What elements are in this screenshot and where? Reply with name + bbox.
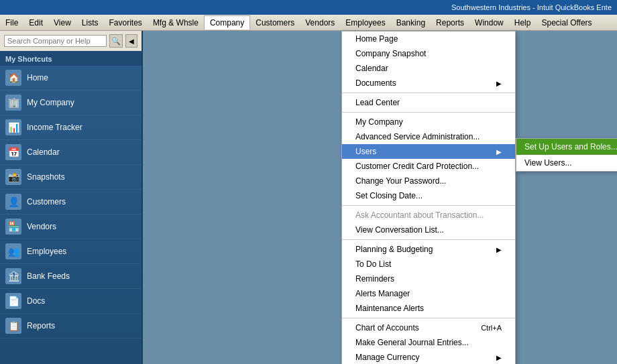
company-menu-item-planning-budgeting[interactable]: Planning & Budgeting▶ bbox=[342, 242, 515, 257]
title-bar: Southwestern Industries - Intuit QuickBo… bbox=[0, 0, 617, 15]
menu-item-edit[interactable]: Edit bbox=[23, 16, 48, 29]
docs-icon: 📄 bbox=[5, 293, 21, 309]
menu-item-label-view-conversation: View Conversation List... bbox=[355, 225, 444, 235]
menu-item-reports[interactable]: Reports bbox=[431, 16, 469, 29]
menu-item-view[interactable]: View bbox=[48, 16, 76, 29]
menu-item-label-reminders: Reminders bbox=[355, 274, 394, 284]
sidebar-item-label-reports: Reports bbox=[27, 321, 55, 330]
employees-icon: 👥 bbox=[5, 243, 21, 259]
sidebar: 🔍 ◀ My Shortcuts 🏠Home🏢My Company📊Income… bbox=[0, 31, 143, 364]
menu-item-special[interactable]: Special Offers bbox=[536, 16, 597, 29]
shortcuts-label: My Shortcuts bbox=[0, 51, 142, 66]
calendar-icon: 📅 bbox=[5, 144, 21, 160]
search-input[interactable] bbox=[4, 35, 107, 47]
menu-item-help[interactable]: Help bbox=[509, 16, 537, 29]
menu-separator bbox=[342, 205, 515, 206]
sidebar-item-calendar[interactable]: 📅Calendar bbox=[0, 140, 142, 165]
sidebar-item-home[interactable]: 🏠Home bbox=[0, 66, 142, 90]
company-menu-item-documents[interactable]: Documents▶ bbox=[342, 76, 515, 90]
menu-item-file[interactable]: File bbox=[0, 16, 23, 29]
users-submenu-item-view-users[interactable]: View Users... bbox=[516, 155, 617, 171]
sidebar-item-label-calendar: Calendar bbox=[27, 147, 60, 157]
menu-item-label-chart-of-accounts: Chart of Accounts bbox=[355, 323, 419, 332]
menu-item-label-alerts-manager: Alerts Manager bbox=[355, 289, 410, 298]
menu-item-label-to-do-list: To Do List bbox=[355, 259, 391, 269]
menu-item-label-maintenance-alerts: Maintenance Alerts bbox=[355, 304, 424, 313]
company-menu-item-my-company[interactable]: My Company bbox=[342, 115, 515, 129]
title-text: Southwestern Industries - Intuit QuickBo… bbox=[451, 3, 612, 11]
search-button[interactable]: 🔍 bbox=[109, 34, 123, 48]
search-collapse-button[interactable]: ◀ bbox=[125, 34, 137, 48]
content-area: Home PageCompany SnapshotCalendarDocumen… bbox=[143, 31, 617, 364]
company-menu-item-general-journal[interactable]: Make General Journal Entries... bbox=[342, 335, 515, 350]
menu-item-company[interactable]: Company bbox=[204, 15, 250, 29]
sidebar-item-vendors[interactable]: 🏪Vendors bbox=[0, 215, 142, 239]
menu-item-mfg[interactable]: Mfg & Whsle bbox=[148, 16, 204, 29]
menu-item-label-general-journal: Make General Journal Entries... bbox=[355, 338, 469, 347]
sidebar-items-container: 🏠Home🏢My Company📊Income Tracker📅Calendar… bbox=[0, 66, 142, 364]
sidebar-item-snapshots[interactable]: 📸Snapshots bbox=[0, 165, 142, 190]
sidebar-item-label-my-company: My Company bbox=[27, 98, 74, 107]
company-menu-item-home-page[interactable]: Home Page bbox=[342, 32, 515, 46]
menu-item-label-change-password: Change Your Password... bbox=[355, 176, 446, 186]
sidebar-item-docs[interactable]: 📄Docs bbox=[0, 289, 142, 314]
company-menu-item-manage-currency[interactable]: Manage Currency▶ bbox=[342, 350, 515, 364]
menu-item-customers[interactable]: Customers bbox=[250, 16, 300, 29]
sidebar-item-my-company[interactable]: 🏢My Company bbox=[0, 90, 142, 115]
vendors-icon: 🏪 bbox=[5, 219, 21, 235]
company-menu-item-set-closing[interactable]: Set Closing Date... bbox=[342, 188, 515, 203]
reports-icon: 📋 bbox=[5, 318, 21, 334]
users-submenu-item-setup-users-roles[interactable]: Set Up Users and Roles... bbox=[516, 139, 617, 155]
company-menu-item-calendar[interactable]: Calendar bbox=[342, 61, 515, 76]
sidebar-item-employees[interactable]: 👥Employees bbox=[0, 239, 142, 264]
shortcut-chart-of-accounts: Ctrl+A bbox=[481, 324, 502, 332]
menu-bar: FileEditViewListsFavoritesMfg & WhsleCom… bbox=[0, 15, 617, 31]
menu-item-label-ask-accountant: Ask Accountant about Transaction... bbox=[355, 210, 484, 220]
sidebar-item-label-docs: Docs bbox=[27, 296, 45, 306]
home-icon: 🏠 bbox=[5, 70, 21, 86]
company-menu-item-to-do-list[interactable]: To Do List bbox=[342, 257, 515, 271]
submenu-arrow-documents: ▶ bbox=[496, 80, 502, 87]
company-menu-item-customer-credit[interactable]: Customer Credit Card Protection... bbox=[342, 159, 515, 174]
sidebar-item-label-customers: Customers bbox=[27, 197, 66, 206]
sidebar-item-reports[interactable]: 📋Reports bbox=[0, 314, 142, 339]
menu-separator bbox=[342, 112, 515, 113]
search-bar: 🔍 ◀ bbox=[0, 31, 142, 51]
submenu-arrow-manage-currency: ▶ bbox=[496, 354, 502, 361]
income-tracker-icon: 📊 bbox=[5, 119, 21, 135]
sidebar-item-income-tracker[interactable]: 📊Income Tracker bbox=[0, 115, 142, 140]
submenu-arrow-users: ▶ bbox=[496, 148, 502, 156]
company-menu-item-maintenance-alerts[interactable]: Maintenance Alerts bbox=[342, 301, 515, 316]
menu-item-vendors[interactable]: Vendors bbox=[300, 16, 340, 29]
menu-item-employees[interactable]: Employees bbox=[340, 16, 390, 29]
sidebar-item-customers[interactable]: 👤Customers bbox=[0, 190, 142, 215]
menu-separator bbox=[342, 318, 515, 318]
menu-item-favorites[interactable]: Favorites bbox=[104, 16, 148, 29]
company-menu-item-company-snapshot[interactable]: Company Snapshot bbox=[342, 46, 515, 61]
company-menu-item-reminders[interactable]: Reminders bbox=[342, 271, 515, 286]
menu-item-window[interactable]: Window bbox=[469, 16, 509, 29]
users-submenu: Set Up Users and Roles...View Users... bbox=[516, 138, 617, 172]
menu-item-lists[interactable]: Lists bbox=[76, 16, 104, 29]
company-menu-item-ask-accountant: Ask Accountant about Transaction... bbox=[342, 208, 515, 223]
company-menu-item-view-conversation[interactable]: View Conversation List... bbox=[342, 223, 515, 237]
company-menu-item-chart-of-accounts[interactable]: Chart of AccountsCtrl+A bbox=[342, 320, 515, 335]
company-menu-item-users[interactable]: Users▶ bbox=[342, 144, 515, 159]
company-dropdown-menu: Home PageCompany SnapshotCalendarDocumen… bbox=[341, 31, 516, 364]
sidebar-item-bank-feeds[interactable]: 🏦Bank Feeds bbox=[0, 264, 142, 289]
menu-item-label-advanced-service: Advanced Service Administration... bbox=[355, 132, 480, 141]
company-menu-item-advanced-service[interactable]: Advanced Service Administration... bbox=[342, 129, 515, 144]
menu-item-label-my-company: My Company bbox=[355, 117, 403, 127]
main-layout: 🔍 ◀ My Shortcuts 🏠Home🏢My Company📊Income… bbox=[0, 31, 617, 364]
menu-item-banking[interactable]: Banking bbox=[391, 16, 431, 29]
company-menu-item-lead-center[interactable]: Lead Center bbox=[342, 95, 515, 110]
menu-item-label-customer-credit: Customer Credit Card Protection... bbox=[355, 162, 479, 171]
menu-item-label-lead-center: Lead Center bbox=[355, 98, 400, 107]
menu-item-label-planning-budgeting: Planning & Budgeting bbox=[355, 245, 433, 254]
company-menu-item-change-password[interactable]: Change Your Password... bbox=[342, 174, 515, 188]
menu-item-label-users: Users bbox=[355, 147, 376, 156]
customers-icon: 👤 bbox=[5, 194, 21, 210]
bank-feeds-icon: 🏦 bbox=[5, 268, 21, 284]
company-menu-item-alerts-manager[interactable]: Alerts Manager bbox=[342, 286, 515, 301]
snapshots-icon: 📸 bbox=[5, 169, 21, 185]
